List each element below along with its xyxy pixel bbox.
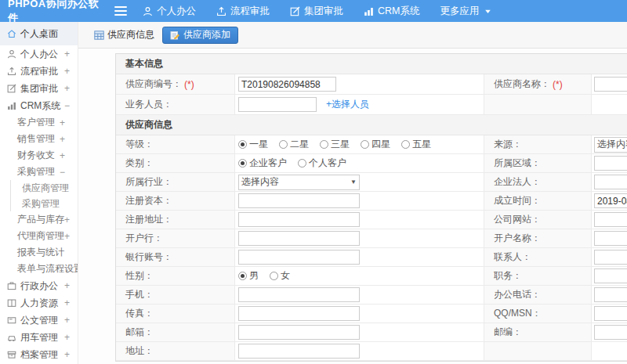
expand-toggle-icon[interactable]: +: [64, 280, 70, 291]
registered-address-input[interactable]: [238, 212, 360, 227]
expand-toggle-icon[interactable]: +: [64, 66, 70, 77]
value-cell: [592, 211, 627, 229]
registered-capital-input[interactable]: [238, 193, 360, 208]
sidebar-item-document-mgmt[interactable]: 公文管理+: [0, 312, 78, 329]
business-staff-input[interactable]: [238, 97, 317, 112]
expand-toggle-icon[interactable]: −: [64, 100, 70, 111]
supplier-add-tab[interactable]: 供应商添加: [162, 27, 238, 44]
field-label: 邮编：: [494, 326, 522, 339]
expand-toggle-icon[interactable]: +: [64, 83, 70, 94]
source-select[interactable]: 选择内容▼: [594, 137, 627, 153]
label-cell: 传真：: [116, 305, 235, 323]
gender-radio-female[interactable]: 女: [270, 269, 290, 283]
addform-icon: [170, 31, 180, 40]
sidebar-item-hr[interactable]: 人力资源+: [0, 294, 78, 312]
expand-toggle-icon[interactable]: +: [64, 49, 70, 59]
fax-input[interactable]: [238, 306, 360, 321]
category-radio-enterprise[interactable]: 企业客户: [238, 157, 287, 170]
topnav-crm-system[interactable]: CRM系统: [364, 5, 419, 18]
form-row: 地址：: [116, 342, 627, 361]
sidebar-item-personal-desktop[interactable]: 个人桌面: [0, 22, 78, 45]
sidebar-item-personal-office[interactable]: 个人办公+: [0, 45, 78, 63]
grade-radio-star2[interactable]: 二星: [279, 138, 309, 151]
sidebar-item-finance-mgmt[interactable]: 财务收支+: [0, 147, 78, 164]
label-cell: 邮编：: [484, 323, 592, 341]
grade-radio-star3[interactable]: 三星: [320, 138, 350, 151]
topnav-label: 更多应用: [440, 5, 479, 18]
sidebar-item-purchase-mgmt[interactable]: 采购管理−: [0, 164, 78, 180]
expand-toggle-icon[interactable]: +: [64, 214, 70, 225]
region-input[interactable]: [594, 156, 627, 171]
expand-toggle-icon[interactable]: +: [60, 150, 65, 161]
topnav-more-apps[interactable]: 更多应用: [440, 5, 493, 18]
expand-toggle-icon[interactable]: +: [60, 134, 65, 145]
expand-toggle-icon[interactable]: +: [64, 332, 70, 343]
sidebar-item-label: 档案管理: [20, 348, 58, 362]
form-row: 手机：办公电话：: [116, 286, 627, 305]
expand-toggle-icon[interactable]: +: [64, 315, 70, 326]
chart-icon: [364, 6, 374, 16]
category-radio-personal[interactable]: 个人客户: [298, 157, 346, 170]
legal-person-input[interactable]: [594, 175, 627, 189]
sidebar-item-form-flow-settings[interactable]: 表单与流程设置+: [0, 261, 78, 277]
expand-toggle-icon[interactable]: +: [60, 117, 65, 128]
qq-msn-input[interactable]: [594, 306, 627, 321]
founding-date-input[interactable]: [594, 193, 627, 208]
grade-radio-star4[interactable]: 四星: [361, 138, 390, 151]
expand-toggle-icon[interactable]: +: [64, 297, 70, 308]
gender-radio-male[interactable]: 男: [238, 269, 259, 283]
sidebar-item-customer-mgmt[interactable]: 客户管理+: [0, 114, 78, 131]
label-cell: 成立时间：: [484, 192, 592, 210]
contact-person-input[interactable]: [594, 250, 627, 265]
sidebar-item-product-inventory[interactable]: 产品与库存+: [0, 211, 78, 228]
form-row: 开户行：开户名称：: [116, 229, 627, 248]
sidebar-item-report-statistics[interactable]: 报表与统计: [0, 244, 78, 261]
form-section: 供应商信息等级：一星二星三星四星五星来源：选择内容▼类别：企业客户个人客户所属区…: [116, 115, 627, 361]
topnav-personal-office[interactable]: 个人办公: [143, 5, 196, 18]
address-input[interactable]: [238, 344, 360, 359]
topnav-workflow-approval[interactable]: 流程审批: [216, 5, 270, 18]
industry-select[interactable]: 选择内容▼: [238, 175, 360, 190]
sidebar-item-sales-mgmt[interactable]: 销售管理+: [0, 131, 78, 147]
company-website-input[interactable]: [594, 212, 627, 227]
value-cell: [235, 229, 484, 247]
radio-icon: [279, 140, 288, 149]
book-icon: [6, 298, 16, 308]
expand-toggle-icon[interactable]: +: [64, 231, 70, 242]
email-input[interactable]: [238, 325, 360, 340]
select-staff-link[interactable]: +选择人员: [326, 98, 369, 111]
sidebar-item-admin-office[interactable]: 行政办公+: [0, 277, 78, 294]
sidebar-item-workflow-approval[interactable]: 流程审批+: [0, 63, 78, 80]
sidebar: 个人桌面个人办公+流程审批+集团审批+CRM系统−客户管理+销售管理+财务收支+…: [0, 22, 78, 364]
radio-label: 二星: [290, 138, 309, 151]
expand-toggle-icon[interactable]: +: [64, 349, 70, 360]
value-cell: [235, 248, 484, 266]
field-label: 邮箱：: [125, 326, 154, 339]
expand-toggle-icon[interactable]: −: [60, 167, 65, 178]
grade-radio-star1[interactable]: 一星: [238, 138, 268, 151]
grade-radio-star5[interactable]: 五星: [401, 138, 431, 151]
sidebar-item-purchasing-mgmt[interactable]: 采购管理: [11, 196, 78, 211]
sidebar-item-agent-mgmt[interactable]: 代理商管理+: [0, 228, 78, 244]
sidebar-item-crm-system[interactable]: CRM系统−: [0, 97, 78, 114]
mobile-input[interactable]: [238, 287, 360, 302]
sidebar-item-supplier-mgmt[interactable]: 供应商管理: [11, 180, 78, 196]
sidebar-item-vehicle-mgmt[interactable]: 用车管理+: [0, 329, 78, 346]
value-cell: [592, 342, 627, 360]
position-input[interactable]: [594, 268, 627, 283]
office-phone-input[interactable]: [594, 287, 627, 302]
account-name-input[interactable]: [594, 231, 627, 246]
bank-branch-input[interactable]: [238, 231, 360, 246]
topnav-group-approval[interactable]: 集团审批: [290, 5, 343, 18]
zip-code-input[interactable]: [594, 325, 627, 340]
radio-icon: [320, 140, 328, 149]
sidebar-item-group-approval[interactable]: 集团审批+: [0, 80, 78, 97]
menu-toggle-icon[interactable]: [114, 6, 127, 16]
value-cell: [235, 305, 484, 323]
bank-account-input[interactable]: [238, 250, 360, 265]
supplier-info-tab[interactable]: 供应商信息: [94, 28, 154, 41]
supplier-name-input[interactable]: [594, 77, 627, 92]
label-cell: 来源：: [484, 135, 592, 153]
supplier-code-input[interactable]: [238, 77, 336, 92]
sidebar-item-archive-mgmt[interactable]: 档案管理+: [0, 346, 78, 363]
